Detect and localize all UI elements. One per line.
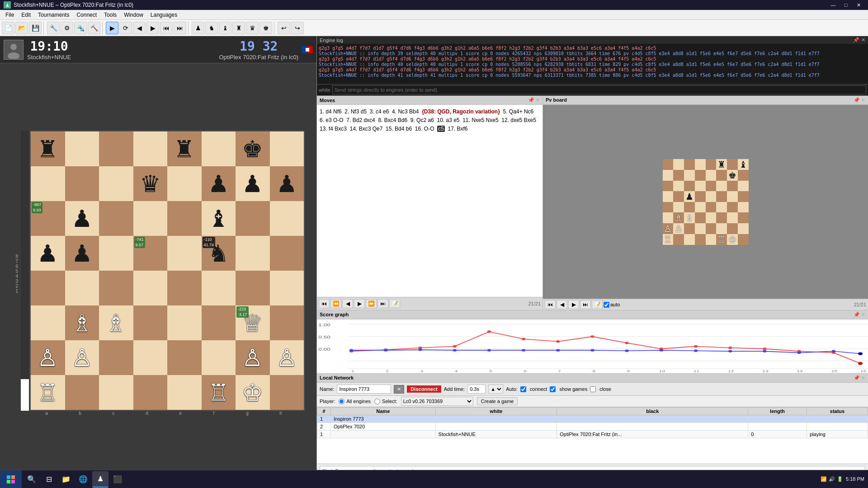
tb-engine1[interactable]: 🔧 <box>47 22 60 34</box>
square-h7[interactable]: ♟ <box>270 166 304 201</box>
square-e2[interactable] <box>167 340 202 375</box>
menu-connect[interactable]: Connect <box>73 10 100 20</box>
tb-first[interactable]: ⏮ <box>160 22 173 34</box>
square-b2[interactable]: ♙ <box>65 340 99 375</box>
table-row[interactable]: 2 OptiPlex 7020 <box>317 423 868 431</box>
taskbar-search[interactable]: 🔍 <box>24 471 40 488</box>
square-g1[interactable]: ♔ <box>236 375 270 410</box>
ln-all-engines-radio[interactable] <box>339 399 344 404</box>
square-a3[interactable] <box>31 305 65 340</box>
square-b8[interactable] <box>65 131 99 166</box>
square-d1[interactable] <box>133 375 168 410</box>
square-g4[interactable] <box>236 271 270 305</box>
ln-clear-name-btn[interactable]: ✕ <box>394 385 404 394</box>
square-b7[interactable] <box>65 166 99 201</box>
tb-piece5[interactable]: ♛ <box>246 22 259 34</box>
moves-last-btn[interactable]: ⏭ <box>377 299 388 308</box>
table-row[interactable]: 1 Inspiron 7773 <box>317 415 868 423</box>
menu-edit[interactable]: Edit <box>18 10 34 20</box>
square-e7[interactable] <box>167 166 202 201</box>
moves-pin[interactable]: 📌 <box>528 97 534 103</box>
square-d4[interactable] <box>133 271 168 305</box>
pv-pin[interactable]: 📌 <box>854 97 860 103</box>
square-a4[interactable] <box>31 271 65 305</box>
square-f6[interactable]: ♝ <box>202 201 236 236</box>
square-b1[interactable] <box>65 375 99 410</box>
tb-engine2[interactable]: ⚙ <box>61 22 73 34</box>
pv-auto-checkbox[interactable] <box>604 302 609 308</box>
moves-close[interactable]: ✕ <box>536 97 540 103</box>
tb-back[interactable]: ◀ <box>133 22 146 34</box>
square-g6[interactable] <box>236 201 270 236</box>
square-h6[interactable] <box>270 201 304 236</box>
ln-auto-connect-checkbox[interactable] <box>520 386 526 392</box>
moves-nextalt-btn[interactable]: ⏩ <box>366 299 377 308</box>
ln-close-checkbox[interactable] <box>590 386 596 392</box>
square-f3[interactable] <box>202 305 236 340</box>
moves-prevalt-btn[interactable]: ⏪ <box>330 299 341 308</box>
square-d2[interactable] <box>133 340 168 375</box>
maximize-button[interactable]: □ <box>840 0 852 10</box>
square-c8[interactable] <box>99 131 133 166</box>
menu-window[interactable]: Window <box>120 10 147 20</box>
ln-addtime-select[interactable]: ▲ ▼ <box>488 385 503 394</box>
engine-log-close[interactable]: ✕ <box>861 37 865 43</box>
square-f5[interactable]: -11041.74 ♞ <box>202 236 236 271</box>
square-c5[interactable] <box>99 236 133 271</box>
square-c2[interactable] <box>99 340 133 375</box>
square-f1[interactable]: ♖ <box>202 375 236 410</box>
tb-undo[interactable]: ↩ <box>278 22 290 34</box>
square-e1[interactable] <box>167 375 202 410</box>
tb-flip[interactable]: ⟳ <box>119 22 132 34</box>
square-h1[interactable] <box>270 375 304 410</box>
tb-piece4[interactable]: ♜ <box>232 22 245 34</box>
square-a8[interactable]: ♜ <box>31 131 65 166</box>
tb-piece2[interactable]: ♞ <box>205 22 218 34</box>
square-d7[interactable]: ♛ <box>133 166 168 201</box>
close-button[interactable]: ✕ <box>853 0 864 10</box>
tb-piece1[interactable]: ♟ <box>192 22 204 34</box>
square-f2[interactable] <box>202 340 236 375</box>
square-b3[interactable]: ♗ <box>65 305 99 340</box>
start-button[interactable] <box>0 470 22 488</box>
tb-new[interactable]: 📄 <box>2 22 14 34</box>
tb-open[interactable]: 📂 <box>15 22 28 34</box>
pv-prev-btn[interactable]: ◀ <box>557 300 567 309</box>
moves-annotation-btn[interactable]: 📝 <box>389 299 400 308</box>
square-c7[interactable] <box>99 166 133 201</box>
square-g8[interactable]: ♚ <box>236 131 270 166</box>
square-d6[interactable] <box>133 201 168 236</box>
taskbar-browser[interactable]: 🌐 <box>75 471 91 488</box>
ln-name-input[interactable] <box>337 385 391 394</box>
square-f4[interactable] <box>202 271 236 305</box>
square-a1[interactable]: ♖ <box>31 375 65 410</box>
titlebar-controls[interactable]: — □ ✕ <box>827 0 864 10</box>
square-c6[interactable] <box>99 201 133 236</box>
square-h3[interactable] <box>270 305 304 340</box>
pv-last-btn[interactable]: ⏭ <box>580 300 591 309</box>
square-g2[interactable]: ♙ <box>236 340 270 375</box>
ln-select-radio[interactable] <box>374 399 380 404</box>
square-h5[interactable] <box>270 236 304 271</box>
tb-redo[interactable]: ↪ <box>291 22 304 34</box>
square-c4[interactable] <box>99 271 133 305</box>
create-game-button[interactable]: Create a game <box>477 397 518 405</box>
ln-addtime-input[interactable] <box>467 385 486 394</box>
tb-fwd[interactable]: ▶ <box>146 22 159 34</box>
taskbar-terminal[interactable]: ⬛ <box>109 471 126 488</box>
tb-piece3[interactable]: ♝ <box>219 22 231 34</box>
pv-next-btn[interactable]: ▶ <box>568 300 579 309</box>
square-g7[interactable]: ♟ <box>236 166 270 201</box>
menu-tools[interactable]: Tools <box>100 10 120 20</box>
square-a2[interactable]: ♙ <box>31 340 65 375</box>
square-b6[interactable]: ♟ <box>65 201 99 236</box>
taskbar-clock[interactable]: 5:18 PM <box>846 476 864 482</box>
tb-engine4[interactable]: 🔨 <box>88 22 100 34</box>
menu-tournaments[interactable]: Tournaments <box>34 10 73 20</box>
score-graph-pin[interactable]: 📌 <box>854 312 860 318</box>
square-a5[interactable]: ♟ <box>31 236 65 271</box>
square-e5[interactable] <box>167 236 202 271</box>
square-d8[interactable] <box>133 131 168 166</box>
local-network-close[interactable]: ✕ <box>861 375 865 381</box>
square-e3[interactable] <box>167 305 202 340</box>
